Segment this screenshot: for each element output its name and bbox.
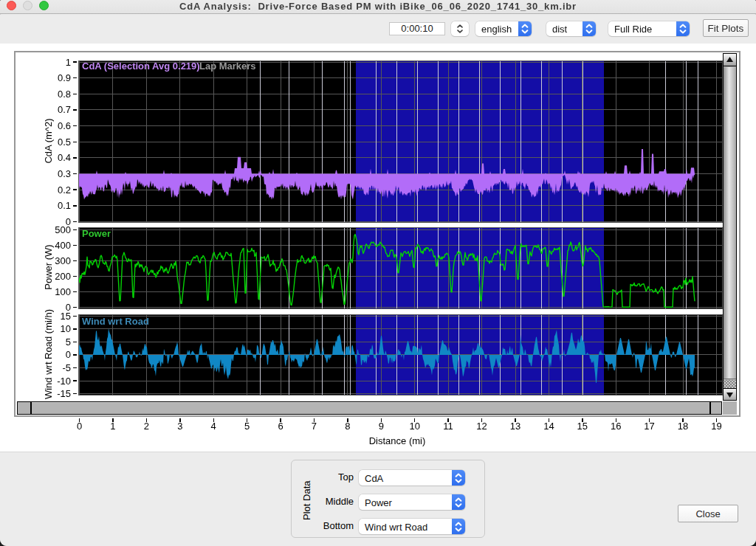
svg-text:10: 10 — [409, 421, 419, 432]
svg-text:0.3: 0.3 — [58, 168, 71, 179]
svg-text:Distance (mi): Distance (mi) — [369, 435, 426, 446]
svg-text:Wind wrt Road: Wind wrt Road — [82, 316, 149, 327]
svg-text:17: 17 — [644, 421, 654, 432]
svg-text:-5: -5 — [62, 362, 71, 373]
svg-text:200: 200 — [55, 271, 71, 282]
svg-text:0.9: 0.9 — [58, 72, 71, 83]
svg-text:0.6: 0.6 — [58, 120, 71, 131]
svg-text:18: 18 — [678, 421, 688, 432]
svg-text:0.4: 0.4 — [58, 152, 71, 163]
svg-text:2: 2 — [144, 421, 149, 432]
svg-text:14: 14 — [543, 421, 554, 432]
svg-text:3: 3 — [177, 421, 182, 432]
svg-text:8: 8 — [345, 421, 350, 432]
svg-text:400: 400 — [55, 240, 71, 251]
svg-text:100: 100 — [55, 286, 71, 297]
svg-text:Wind wrt Road (mi/h): Wind wrt Road (mi/h) — [43, 309, 54, 399]
svg-text:12: 12 — [476, 421, 487, 432]
svg-text:5: 5 — [66, 336, 71, 348]
svg-text:0: 0 — [77, 421, 82, 432]
svg-text:Lap Markers: Lap Markers — [199, 61, 256, 72]
svg-text:7: 7 — [312, 421, 317, 432]
svg-text:19: 19 — [711, 421, 721, 432]
svg-text:11: 11 — [443, 421, 453, 432]
svg-text:0.2: 0.2 — [58, 184, 71, 196]
svg-text:13: 13 — [510, 421, 520, 432]
svg-text:500: 500 — [55, 224, 71, 235]
svg-text:10: 10 — [61, 323, 71, 334]
svg-text:0.7: 0.7 — [58, 104, 71, 115]
svg-text:15: 15 — [61, 311, 71, 322]
svg-text:-10: -10 — [57, 376, 71, 387]
svg-text:0.8: 0.8 — [58, 89, 71, 100]
svg-text:Power (W): Power (W) — [43, 244, 54, 289]
svg-text:CdA (m^2): CdA (m^2) — [43, 118, 54, 163]
svg-text:CdA (Selection Avg 0.219): CdA (Selection Avg 0.219) — [82, 61, 200, 72]
svg-text:300: 300 — [55, 255, 71, 266]
svg-text:15: 15 — [577, 421, 588, 432]
svg-text:4: 4 — [211, 421, 216, 432]
svg-text:1: 1 — [110, 421, 115, 432]
svg-text:1: 1 — [66, 57, 71, 68]
svg-text:0.1: 0.1 — [58, 200, 71, 211]
svg-text:0: 0 — [66, 349, 71, 360]
svg-text:0.5: 0.5 — [58, 136, 71, 148]
svg-text:-15: -15 — [57, 388, 71, 399]
svg-text:5: 5 — [244, 421, 250, 432]
svg-text:6: 6 — [278, 421, 283, 432]
svg-text:16: 16 — [611, 421, 621, 432]
svg-text:9: 9 — [379, 421, 384, 432]
svg-text:Power: Power — [82, 228, 111, 239]
